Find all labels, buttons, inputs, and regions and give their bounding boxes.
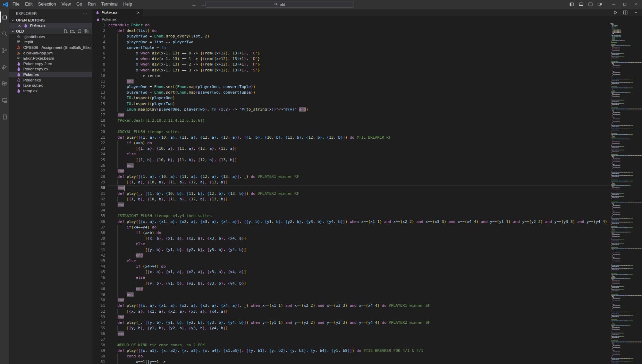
file-item[interactable]: temp.ex [9, 88, 92, 94]
code-line[interactable]: 25 [{1, b}, {10, b}, {11, b}, {12, b}, {… [92, 157, 610, 163]
code-line[interactable]: 10 _ -> :error [92, 73, 610, 79]
code-line[interactable]: 9 x when div(x-1, 13) == 3 -> {(rem((x+1… [92, 68, 610, 73]
code-line[interactable]: 1defmodule Poker do [92, 23, 610, 28]
code-line[interactable]: 59 def play([{x, a1}, {x, a2}, {x, a3}, … [92, 348, 610, 354]
open-editors-header[interactable]: OPEN EDITORS [9, 17, 92, 23]
code-line[interactable]: 6 x when div(x-1, 13) == 0 -> {(rem((x+1… [92, 51, 610, 56]
menu-help[interactable]: Help [120, 0, 135, 9]
file-item[interactable]: CPS506 - Assignment (Smalltalk_Elixir).p… [9, 45, 92, 50]
extensions-icon[interactable] [0, 75, 9, 92]
search-icon[interactable] [0, 25, 9, 42]
split-editor-icon[interactable] [623, 10, 628, 15]
file-item[interactable]: Poker.exs [9, 77, 92, 83]
run-debug-icon[interactable] [0, 59, 9, 75]
code-line[interactable]: 20 #ROYAL FLUSH tiecmpr suites [92, 129, 610, 135]
code-line[interactable]: 56 end [92, 331, 610, 337]
code-line[interactable]: 52 [{x, a}, {x1, a}, {x2, a}, {x3, a}, {… [92, 309, 610, 314]
code-line[interactable]: 51 def play([{x, a}, {x1, a}, {x2, a}, {… [92, 303, 610, 309]
explorer-icon[interactable] [0, 9, 9, 25]
code-line[interactable]: 24 else [92, 151, 610, 157]
code-line[interactable]: 18 #Poker.deal([1,2,10,3,11,4,12,5,13,6]… [92, 118, 610, 123]
code-line[interactable]: 45 [{x, a}, {x1, a}, {x2, a}, {x3, a}, {… [92, 269, 610, 275]
code-line[interactable]: 23 [{1, a}, {10, a}, {11, a}, {12, a}, {… [92, 146, 610, 151]
code-line[interactable]: 61 x==1||y==1 -> [92, 359, 610, 364]
maximize-icon[interactable] [619, 0, 630, 9]
code-line[interactable]: 2 def deal(list) do [92, 28, 610, 34]
layout-panel-icon[interactable] [576, 0, 586, 9]
code-line[interactable]: 43 else [92, 258, 610, 264]
code-line[interactable]: 44 if (x4>y4) do [92, 264, 610, 269]
file-item[interactable]: Poker copy.ex [9, 67, 92, 72]
more-actions-icon[interactable] [633, 10, 638, 15]
arrow-left-icon[interactable]: ← [192, 2, 196, 7]
code-line[interactable]: 13 playerTwo = Enum.sort(Enum.map(player… [92, 90, 610, 95]
command-center-search[interactable]: old [205, 1, 354, 8]
menu-view[interactable]: View [59, 0, 74, 9]
code-line[interactable]: 32 [{1, b}, {10, b}, {11, b}, {12, b}, {… [92, 197, 610, 202]
code-line[interactable]: 3 playerTwo = Enum.drop_every(list, 2) [92, 34, 610, 39]
code-line[interactable]: 37 if(x4==y4) do [92, 225, 610, 230]
code-line[interactable]: 47 [{y, b}, {y1, b}, {y2, b}, {y3, b}, {… [92, 281, 610, 286]
collapse-all-icon[interactable] [84, 29, 89, 34]
code-line[interactable]: 14 IO.inspect(playerOne) [92, 95, 610, 101]
code-line[interactable]: 57 [92, 337, 610, 343]
code-line[interactable]: 29 [{1, a}, {10, a}, {11, a}, {12, a}, {… [92, 180, 610, 185]
file-item[interactable]: .replit [9, 40, 92, 45]
code-line[interactable]: 38 if (a>b) do [92, 230, 610, 236]
code-line[interactable]: 21 def play([{1, a}, {10, a}, {11, a}, {… [92, 135, 610, 140]
code-line[interactable]: 19 [92, 123, 610, 129]
code-line[interactable]: 40 else [92, 241, 610, 247]
code-line[interactable]: 4 playerOne = list -- playerTwo [92, 40, 610, 45]
menu-go[interactable]: Go [74, 0, 85, 9]
minimap[interactable] [610, 23, 642, 364]
code-line[interactable]: 5 convertTuple = fn [92, 45, 610, 51]
file-item[interactable]: .gitattributes [9, 34, 92, 40]
layout-sidebar-icon[interactable] [567, 0, 576, 9]
close-icon[interactable] [630, 0, 641, 9]
code-line[interactable]: 42 end [92, 253, 610, 258]
code-line[interactable]: 30 end [92, 185, 610, 191]
code-line[interactable]: 60 cond do [92, 354, 610, 359]
new-folder-icon[interactable] [70, 29, 75, 34]
file-item[interactable]: elixir-udl-npp.xml [9, 50, 92, 56]
file-item[interactable]: Poker.ex [9, 72, 92, 77]
folder-header[interactable]: OLD [9, 28, 92, 34]
code-line[interactable]: 27 end [92, 168, 610, 174]
menu-terminal[interactable]: Terminal [99, 0, 120, 9]
code-line[interactable]: 34 [92, 208, 610, 213]
code-line[interactable]: 28 def play([{1, a}, {10, a}, {11, a}, {… [92, 174, 610, 180]
file-item[interactable]: Poker copy 2.ex [9, 61, 92, 67]
menu-file[interactable]: File [10, 0, 22, 9]
code-line[interactable]: 50 end [92, 297, 610, 303]
file-item[interactable]: Elixir.Poker.beam [9, 55, 92, 61]
close-icon[interactable]: ✕ [137, 11, 140, 15]
code-line[interactable]: 16 Enum.map(play(playerOne, playerTwo), … [92, 107, 610, 112]
menu-selection[interactable]: Selection [35, 0, 59, 9]
code-line[interactable]: 26 end [92, 163, 610, 168]
code-line[interactable]: 11 end [92, 79, 610, 84]
code-line[interactable]: 35 #STRAIGHT FLUSH tiecmpr x4,y4 then su… [92, 213, 610, 219]
menu-run[interactable]: Run [85, 0, 99, 9]
code-line[interactable]: 36 def play([{x, a}, {x1, a}, {x2, a}, {… [92, 219, 610, 225]
code-line[interactable]: 39 [{x, a}, {x1, a}, {x2, a}, {x3, a}, {… [92, 236, 610, 241]
code-line[interactable]: 55 [{y, b}, {y1, b}, {y2, b}, {y3, b}, {… [92, 326, 610, 331]
code-line[interactable]: 48 end [92, 286, 610, 292]
code-line[interactable]: 53 end [92, 314, 610, 320]
open-editor-item[interactable]: ✕ Poker.ex [9, 23, 92, 28]
code-line[interactable]: 7 x when div(x-1, 13) == 1 -> {(rem((x+1… [92, 56, 610, 62]
remote-explorer-icon[interactable] [0, 92, 9, 109]
breadcrumb[interactable]: Poker.ex [92, 16, 642, 23]
close-icon[interactable]: ✕ [18, 24, 22, 28]
code-line[interactable]: 33 end [92, 202, 610, 208]
new-file-icon[interactable] [63, 29, 68, 34]
refresh-icon[interactable] [77, 29, 82, 34]
more-actions-icon[interactable]: ··· [83, 11, 87, 16]
code-line[interactable]: 8 x when div(x-1, 13) == 2 -> {(rem((x+1… [92, 62, 610, 67]
menu-edit[interactable]: Edit [22, 0, 35, 9]
code-line[interactable]: 58 #FOUR OF KIND tie cmpr ranks, no 2 FO… [92, 343, 610, 348]
layout-sidebar-right-icon[interactable] [586, 0, 595, 9]
layout-customize-icon[interactable] [595, 0, 605, 9]
code-line[interactable]: 17 end [92, 112, 610, 118]
source-control-icon[interactable] [0, 42, 9, 59]
file-item[interactable]: take out.ex [9, 83, 92, 88]
